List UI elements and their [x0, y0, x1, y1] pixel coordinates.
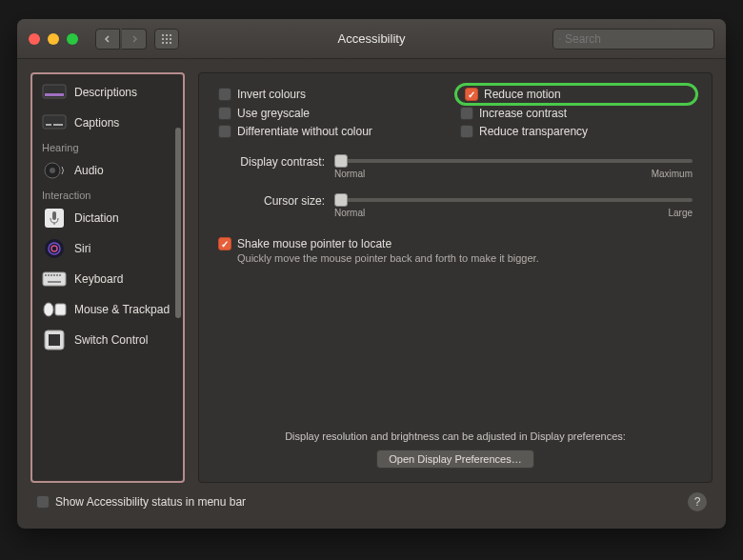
checkbox-label: Increase contrast	[479, 107, 567, 120]
slider-thumb[interactable]	[334, 154, 348, 168]
sidebar-item-label: Audio	[74, 164, 104, 177]
footer-text: Display resolution and brightness can be…	[218, 430, 693, 442]
slider-max-label: Maximum	[652, 169, 693, 179]
checkbox-grid: Invert colours Reduce motion Use greysca…	[218, 87, 693, 138]
panes: Descriptions Captions Hearing Audio Inte…	[30, 72, 713, 483]
show-status-checkbox[interactable]: Show Accessibility status in menu bar	[36, 495, 246, 509]
sidebar-item-label: Dictation	[74, 211, 119, 225]
main-footer: Display resolution and brightness can be…	[218, 430, 693, 469]
sidebar-item-label: Keyboard	[74, 272, 123, 286]
titlebar: Accessibility	[17, 19, 726, 59]
svg-rect-26	[48, 274, 50, 276]
sidebar-item-descriptions[interactable]: Descriptions	[32, 77, 183, 108]
checkbox-label: Reduce motion	[484, 88, 561, 101]
svg-rect-28	[53, 274, 55, 276]
section-interaction: Interaction	[32, 186, 183, 203]
window-controls	[29, 33, 78, 45]
sidebar-item-switch-control[interactable]: Switch Control	[32, 325, 183, 355]
nav-buttons	[95, 29, 147, 50]
svg-point-6	[162, 42, 164, 44]
slider-min-label: Normal	[334, 169, 365, 179]
sidebar-scrollbar[interactable]	[175, 80, 181, 475]
svg-rect-12	[45, 93, 64, 96]
svg-point-21	[45, 239, 64, 258]
checkbox-box	[218, 237, 231, 250]
svg-rect-15	[53, 124, 63, 126]
svg-rect-33	[55, 304, 66, 315]
checkbox-box	[218, 125, 231, 138]
svg-point-7	[166, 42, 168, 44]
svg-point-9	[559, 38, 560, 39]
slider-min-label: Normal	[334, 208, 365, 218]
svg-rect-14	[46, 124, 51, 126]
content-area: Descriptions Captions Hearing Audio Inte…	[17, 59, 726, 529]
svg-point-3	[162, 38, 164, 40]
shake-pointer-checkbox[interactable]: Shake mouse pointer to locate	[218, 237, 693, 250]
sidebar-item-label: Descriptions	[74, 86, 137, 99]
mouse-trackpad-icon	[42, 300, 67, 319]
svg-point-4	[166, 38, 168, 40]
invert-colours-checkbox[interactable]: Invert colours	[218, 87, 451, 102]
checkbox-box	[465, 88, 478, 101]
shake-pointer-row: Shake mouse pointer to locate Quickly mo…	[218, 237, 693, 264]
sidebar-item-dictation[interactable]: Dictation	[32, 203, 183, 233]
show-all-button[interactable]	[154, 29, 179, 50]
cursor-size-slider[interactable]	[334, 198, 693, 202]
descriptions-icon	[42, 83, 67, 102]
checkbox-box	[218, 88, 231, 101]
sidebar-item-siri[interactable]: Siri	[32, 233, 183, 264]
svg-point-32	[44, 303, 53, 316]
svg-rect-29	[56, 274, 58, 276]
main-panel: Invert colours Reduce motion Use greysca…	[198, 72, 713, 483]
use-greyscale-checkbox[interactable]: Use greyscale	[218, 107, 451, 120]
zoom-button[interactable]	[67, 33, 78, 45]
checkbox-box	[460, 107, 473, 120]
cursor-size-row: Cursor size: Normal Large	[218, 192, 693, 218]
switch-control-icon	[42, 330, 67, 350]
window-title: Accessibility	[338, 31, 406, 46]
checkbox-label: Show Accessibility status in menu bar	[55, 495, 246, 509]
checkbox-box	[218, 107, 231, 120]
open-display-prefs-button[interactable]: Open Display Preferences…	[376, 450, 533, 469]
help-button[interactable]: ?	[688, 492, 707, 511]
sidebar-item-label: Captions	[74, 116, 119, 130]
svg-rect-31	[48, 281, 61, 283]
svg-rect-13	[43, 115, 66, 129]
display-contrast-slider[interactable]	[334, 159, 693, 163]
svg-rect-19	[52, 211, 56, 220]
forward-button[interactable]	[122, 29, 147, 50]
shake-pointer-description: Quickly move the mouse pointer back and …	[237, 252, 693, 264]
search-field[interactable]	[552, 29, 714, 50]
back-button[interactable]	[95, 29, 120, 50]
svg-point-0	[162, 34, 164, 36]
close-button[interactable]	[29, 33, 40, 45]
minimize-button[interactable]	[48, 33, 59, 45]
reduce-transparency-checkbox[interactable]: Reduce transparency	[460, 125, 693, 138]
svg-point-8	[170, 42, 171, 44]
svg-point-2	[170, 34, 171, 36]
slider-label: Cursor size:	[218, 192, 325, 208]
preferences-window: Accessibility Descriptions Captions Hear…	[17, 19, 726, 529]
increase-contrast-checkbox[interactable]: Increase contrast	[460, 107, 693, 120]
sidebar-item-keyboard[interactable]: Keyboard	[32, 264, 183, 294]
search-icon	[559, 33, 561, 45]
slider-thumb[interactable]	[334, 193, 348, 207]
sidebar: Descriptions Captions Hearing Audio Inte…	[30, 72, 185, 483]
checkbox-box	[460, 125, 473, 138]
keyboard-icon	[42, 270, 67, 289]
reduce-motion-checkbox[interactable]: Reduce motion	[454, 83, 698, 106]
svg-rect-25	[45, 274, 47, 276]
svg-rect-35	[49, 334, 60, 346]
checkbox-label: Use greyscale	[237, 107, 310, 120]
svg-point-5	[170, 38, 171, 40]
checkbox-box	[36, 495, 50, 509]
checkbox-label: Shake mouse pointer to locate	[237, 237, 392, 250]
svg-line-10	[560, 39, 561, 40]
captions-icon	[42, 113, 67, 132]
search-input[interactable]	[565, 32, 708, 46]
sidebar-item-audio[interactable]: Audio	[32, 155, 183, 186]
sidebar-item-mouse-trackpad[interactable]: Mouse & Trackpad	[32, 294, 183, 325]
differentiate-checkbox[interactable]: Differentiate without colour	[218, 125, 451, 138]
sidebar-item-captions[interactable]: Captions	[32, 108, 183, 138]
sidebar-item-label: Siri	[74, 242, 90, 255]
